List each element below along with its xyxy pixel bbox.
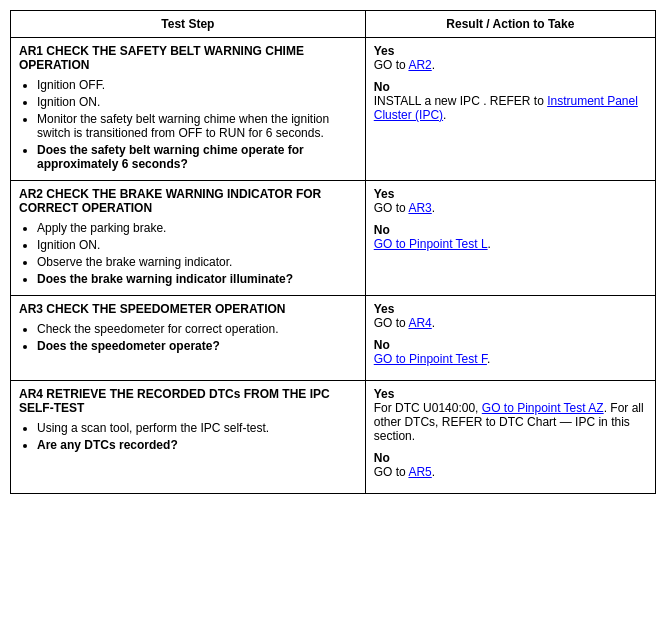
result-cell: YesGO to AR3.NoGO to Pinpoint Test L. (365, 181, 655, 296)
result-link[interactable]: AR5 (408, 465, 431, 479)
step-cell: AR3 CHECK THE SPEEDOMETER OPERATIONCheck… (11, 296, 366, 381)
table-row: AR1 CHECK THE SAFETY BELT WARNING CHIME … (11, 38, 656, 181)
result-block: YesGO to AR2. (374, 44, 647, 72)
result-block: YesFor DTC U0140:00, GO to Pinpoint Test… (374, 387, 647, 443)
result-link[interactable]: GO to Pinpoint Test F (374, 352, 487, 366)
result-block: NoINSTALL a new IPC . REFER to Instrumen… (374, 80, 647, 122)
step-cell: AR2 CHECK THE BRAKE WARNING INDICATOR FO… (11, 181, 366, 296)
list-item: Ignition ON. (37, 238, 357, 252)
yes-no-label: Yes (374, 302, 395, 316)
list-item: Ignition ON. (37, 95, 357, 109)
yes-no-label: No (374, 223, 390, 237)
diagnostic-table: Test Step Result / Action to Take AR1 CH… (10, 10, 656, 494)
list-item: Check the speedometer for correct operat… (37, 322, 357, 336)
step-list: Using a scan tool, perform the IPC self-… (37, 421, 357, 452)
step-list: Check the speedometer for correct operat… (37, 322, 357, 353)
step-title: AR3 CHECK THE SPEEDOMETER OPERATION (19, 302, 357, 316)
result-block: NoGO to Pinpoint Test L. (374, 223, 647, 251)
step-title: AR1 CHECK THE SAFETY BELT WARNING CHIME … (19, 44, 357, 72)
result-link[interactable]: AR4 (408, 316, 431, 330)
result-block: YesGO to AR4. (374, 302, 647, 330)
list-item: Observe the brake warning indicator. (37, 255, 357, 269)
table-row: AR4 RETRIEVE THE RECORDED DTCs FROM THE … (11, 381, 656, 494)
list-item: Apply the parking brake. (37, 221, 357, 235)
list-item: Monitor the safety belt warning chime wh… (37, 112, 357, 140)
result-block: NoGO to AR5. (374, 451, 647, 479)
col-header-result: Result / Action to Take (365, 11, 655, 38)
list-item: Does the speedometer operate? (37, 339, 357, 353)
yes-no-label: No (374, 451, 390, 465)
result-block: NoGO to Pinpoint Test F. (374, 338, 647, 366)
result-link[interactable]: GO to Pinpoint Test L (374, 237, 488, 251)
list-item: Does the brake warning indicator illumin… (37, 272, 357, 286)
list-item: Using a scan tool, perform the IPC self-… (37, 421, 357, 435)
result-cell: YesGO to AR2.NoINSTALL a new IPC . REFER… (365, 38, 655, 181)
list-item: Are any DTCs recorded? (37, 438, 357, 452)
table-row: AR3 CHECK THE SPEEDOMETER OPERATIONCheck… (11, 296, 656, 381)
yes-no-label: Yes (374, 44, 395, 58)
result-cell: YesGO to AR4.NoGO to Pinpoint Test F. (365, 296, 655, 381)
table-row: AR2 CHECK THE BRAKE WARNING INDICATOR FO… (11, 181, 656, 296)
yes-no-label: No (374, 80, 390, 94)
step-cell: AR1 CHECK THE SAFETY BELT WARNING CHIME … (11, 38, 366, 181)
result-link[interactable]: Instrument Panel Cluster (IPC) (374, 94, 638, 122)
result-link[interactable]: GO to Pinpoint Test AZ (482, 401, 604, 415)
result-link[interactable]: AR3 (408, 201, 431, 215)
list-item: Ignition OFF. (37, 78, 357, 92)
step-cell: AR4 RETRIEVE THE RECORDED DTCs FROM THE … (11, 381, 366, 494)
yes-no-label: No (374, 338, 390, 352)
step-list: Ignition OFF.Ignition ON.Monitor the saf… (37, 78, 357, 171)
col-header-step: Test Step (11, 11, 366, 38)
step-title: AR4 RETRIEVE THE RECORDED DTCs FROM THE … (19, 387, 357, 415)
result-block: YesGO to AR3. (374, 187, 647, 215)
yes-no-label: Yes (374, 387, 395, 401)
step-list: Apply the parking brake.Ignition ON.Obse… (37, 221, 357, 286)
result-cell: YesFor DTC U0140:00, GO to Pinpoint Test… (365, 381, 655, 494)
list-item: Does the safety belt warning chime opera… (37, 143, 357, 171)
result-link[interactable]: AR2 (408, 58, 431, 72)
yes-no-label: Yes (374, 187, 395, 201)
step-title: AR2 CHECK THE BRAKE WARNING INDICATOR FO… (19, 187, 357, 215)
